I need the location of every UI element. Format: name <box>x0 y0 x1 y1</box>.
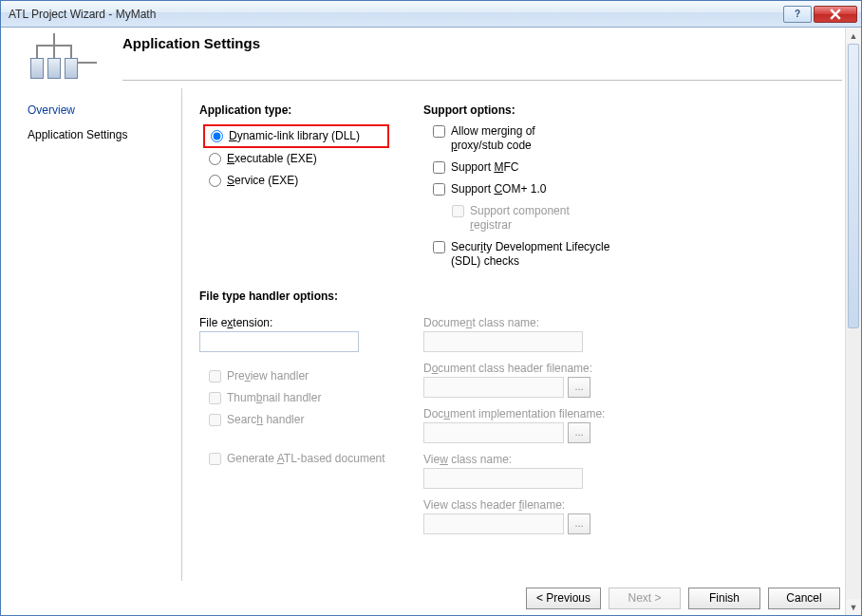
check-preview-handler: Preview handler <box>209 369 389 383</box>
page-title: Application Settings <box>122 35 842 53</box>
check-thumbnail-handler-input <box>209 392 221 404</box>
check-sdl-label: Security Development Lifecycle (SDL) che… <box>451 240 632 269</box>
window-title: ATL Project Wizard - MyMath <box>9 8 781 21</box>
previous-button[interactable]: < Previous <box>526 588 601 609</box>
cancel-button[interactable]: Cancel <box>768 588 840 609</box>
radio-dll[interactable]: Dynamic-link library (DLL) <box>211 129 380 143</box>
doc-header-browse-button: ... <box>568 377 590 398</box>
application-type-heading: Application type: <box>199 103 389 117</box>
check-thumbnail-handler: Thumbnail handler <box>209 391 389 405</box>
next-button: Next > <box>609 588 681 609</box>
check-support-mfc[interactable]: Support MFC <box>433 160 632 175</box>
check-generate-atl-doc-input <box>209 453 221 465</box>
wizard-body: Overview Application Settings Applicatio… <box>1 88 861 581</box>
support-options-heading: Support options: <box>423 103 632 117</box>
doc-class-name-input <box>423 331 583 352</box>
file-extension-input[interactable] <box>199 331 359 352</box>
file-handler-heading: File type handler options: <box>199 289 823 303</box>
radio-exe-label: Executable (EXE) <box>227 152 317 166</box>
finish-button[interactable]: Finish <box>688 588 760 609</box>
vertical-scrollbar[interactable]: ▲ ▼ <box>845 28 861 615</box>
application-type-group: Application type: Dynamic-link library (… <box>199 98 389 276</box>
wizard-icon <box>17 33 103 86</box>
doc-header-filename-label: Document class header filename: <box>423 362 632 375</box>
check-component-registrar-input <box>452 205 464 217</box>
wizard-sidebar: Overview Application Settings <box>1 88 181 581</box>
check-merge-proxy-stub-input[interactable] <box>433 125 445 138</box>
title-bar: ATL Project Wizard - MyMath ? <box>1 1 861 28</box>
check-search-handler-input <box>209 414 221 426</box>
sidebar-item-overview[interactable]: Overview <box>1 98 181 122</box>
radio-exe[interactable]: Executable (EXE) <box>209 152 389 166</box>
view-class-name-label: View class name: <box>423 453 632 466</box>
check-component-registrar: Support component registrar <box>452 204 632 233</box>
view-header-filename-input <box>423 513 564 534</box>
check-preview-handler-label: Preview handler <box>227 369 309 383</box>
file-handler-right: Document class name: Document class head… <box>423 310 632 534</box>
check-merge-proxy-stub[interactable]: Allow merging of proxy/stub code <box>433 124 632 153</box>
check-support-complus-label: Support COM+ 1.0 <box>451 182 546 196</box>
view-header-browse-button: ... <box>568 513 590 534</box>
check-support-mfc-label: Support MFC <box>451 160 518 175</box>
scrollbar-thumb[interactable] <box>848 44 859 328</box>
sidebar-item-application-settings[interactable]: Application Settings <box>1 122 181 147</box>
check-preview-handler-input <box>209 370 221 383</box>
radio-exe-input[interactable] <box>209 153 221 165</box>
scrollbar-down-arrow-icon[interactable]: ▼ <box>846 599 861 615</box>
radio-service-input[interactable] <box>209 175 221 187</box>
doc-impl-filename-label: Document implementation filename: <box>423 407 632 420</box>
doc-impl-browse-button: ... <box>568 422 590 443</box>
check-sdl[interactable]: Security Development Lifecycle (SDL) che… <box>433 240 632 269</box>
file-extension-label: File extension: <box>199 316 389 329</box>
view-header-filename-label: View class header filename: <box>423 498 632 512</box>
radio-dll-label: Dynamic-link library (DLL) <box>229 129 360 143</box>
check-generate-atl-doc: Generate ATL-based document <box>209 452 389 466</box>
wizard-content: Application type: Dynamic-link library (… <box>182 88 861 581</box>
doc-impl-filename-input <box>423 422 564 443</box>
help-button[interactable]: ? <box>783 6 812 23</box>
check-support-complus[interactable]: Support COM+ 1.0 <box>433 182 632 196</box>
check-merge-proxy-stub-label: Allow merging of proxy/stub code <box>451 124 535 153</box>
radio-dll-input[interactable] <box>211 130 223 142</box>
check-support-mfc-input[interactable] <box>433 161 445 174</box>
check-thumbnail-handler-label: Thumbnail handler <box>227 391 321 405</box>
header-title-wrap: Application Settings <box>122 33 842 81</box>
doc-header-filename-input <box>423 377 564 398</box>
check-component-registrar-label: Support component registrar <box>470 204 570 233</box>
check-search-handler-label: Search handler <box>227 413 304 427</box>
radio-service-label: Service (EXE) <box>227 174 298 188</box>
check-support-complus-input[interactable] <box>433 183 445 196</box>
check-generate-atl-doc-label: Generate ATL-based document <box>227 452 385 466</box>
doc-class-name-label: Document class name: <box>423 316 632 329</box>
wizard-header: Application Settings <box>1 28 861 88</box>
highlighted-dll-option: Dynamic-link library (DLL) <box>203 124 389 148</box>
support-options-group: Support options: Allow merging of proxy/… <box>423 98 632 276</box>
scrollbar-up-arrow-icon[interactable]: ▲ <box>846 28 861 44</box>
wizard-icon-area <box>12 33 107 86</box>
view-class-name-input <box>423 468 583 489</box>
wizard-footer: < Previous Next > Finish Cancel <box>1 581 861 615</box>
file-handler-left: File extension: Preview handler Thumbnai… <box>199 310 389 534</box>
radio-service[interactable]: Service (EXE) <box>209 174 389 188</box>
close-button[interactable] <box>814 6 857 23</box>
check-sdl-input[interactable] <box>433 241 445 253</box>
check-search-handler: Search handler <box>209 413 389 427</box>
close-icon <box>830 9 841 20</box>
